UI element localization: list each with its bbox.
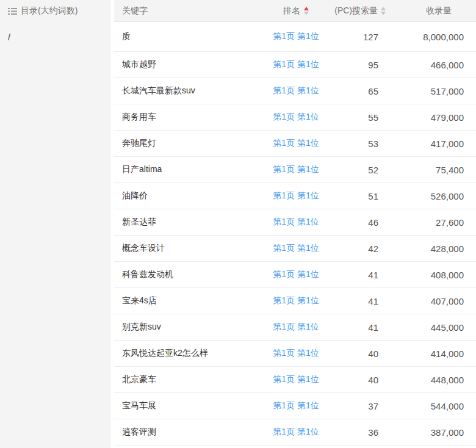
column-header-pc-search: (PC)搜索量 <box>330 5 391 16</box>
keyword-cell: 科鲁兹发动机 <box>114 269 262 280</box>
table-row: 质 第1页 第1位 127 8,000,000 <box>114 22 476 52</box>
rank-link[interactable]: 第1页 第1位 <box>262 59 330 70</box>
column-header-keyword: 关键字 <box>114 5 262 16</box>
pc-search-volume-cell: 53 <box>330 139 391 149</box>
pc-search-volume-cell: 41 <box>330 322 391 333</box>
pc-search-volume-cell: 46 <box>330 217 391 228</box>
sidebar-item-root-directory[interactable]: / <box>0 22 111 52</box>
table-row: 别克新suv 第1页 第1位 41 445,000 <box>114 314 476 341</box>
sort-down-icon[interactable] <box>381 12 386 15</box>
keyword-cell: 城市越野 <box>114 59 262 70</box>
index-volume-cell: 526,000 <box>391 191 476 201</box>
rank-link[interactable]: 第1页 第1位 <box>262 85 330 96</box>
index-volume-cell: 408,000 <box>391 270 476 280</box>
pc-search-sort-control[interactable] <box>381 7 386 15</box>
index-volume-cell: 466,000 <box>391 60 476 70</box>
rank-link[interactable]: 第1页 第1位 <box>262 31 330 42</box>
pc-search-volume-cell: 51 <box>330 191 391 201</box>
pc-search-volume-cell: 127 <box>330 32 391 42</box>
index-volume-cell: 517,000 <box>391 86 476 96</box>
pc-search-volume-cell: 55 <box>330 112 391 123</box>
index-volume-cell: 417,000 <box>391 139 476 149</box>
table-row: 新圣达菲 第1页 第1位 46 27,600 <box>114 209 476 236</box>
index-volume-cell: 479,000 <box>391 112 476 123</box>
table-row: 逍客评测 第1页 第1位 36 387,000 <box>114 419 476 446</box>
rank-link[interactable]: 第1页 第1位 <box>262 374 330 385</box>
column-header-rank-label: 排名 <box>283 5 300 16</box>
keyword-cell: 油降价 <box>114 190 262 201</box>
rank-link[interactable]: 第1页 第1位 <box>262 427 330 438</box>
table-row: 科鲁兹发动机 第1页 第1位 41 408,000 <box>114 262 476 288</box>
keyword-cell: 宝来4s店 <box>114 295 262 306</box>
index-volume-cell: 407,000 <box>391 296 476 306</box>
pc-search-volume-cell: 65 <box>330 86 391 96</box>
index-volume-cell: 544,000 <box>391 401 476 411</box>
table-row: 城市越野 第1页 第1位 95 466,000 <box>114 52 476 78</box>
table-row: 宝来4s店 第1页 第1位 41 407,000 <box>114 288 476 314</box>
table-row: 商务用车 第1页 第1位 55 479,000 <box>114 104 476 131</box>
column-header-rank: 排名 <box>262 5 330 16</box>
keyword-cell: 奔驰尾灯 <box>114 138 262 149</box>
sort-down-icon[interactable] <box>304 12 309 15</box>
sort-up-icon[interactable] <box>304 7 309 10</box>
keyword-cell: 北京豪车 <box>114 374 262 385</box>
rank-link[interactable]: 第1页 第1位 <box>262 243 330 254</box>
rank-link[interactable]: 第1页 第1位 <box>262 348 330 359</box>
table-row: 北京豪车 第1页 第1位 40 448,000 <box>114 367 476 393</box>
pc-search-volume-cell: 41 <box>330 296 391 306</box>
rank-link[interactable]: 第1页 第1位 <box>262 190 330 201</box>
table-row: 东风悦达起亚k2怎么样 第1页 第1位 40 414,000 <box>114 341 476 367</box>
column-header-pc-search-label: (PC)搜索量 <box>334 5 378 16</box>
rank-link[interactable]: 第1页 第1位 <box>262 295 330 306</box>
index-volume-cell: 27,600 <box>391 217 476 228</box>
keyword-cell: 东风悦达起亚k2怎么样 <box>114 348 262 359</box>
keyword-cell: 宝马车展 <box>114 400 262 411</box>
keyword-cell: 别克新suv <box>114 322 262 333</box>
sidebar-title: 目录(大约词数) <box>21 5 78 16</box>
pc-search-volume-cell: 41 <box>330 270 391 280</box>
keyword-cell: 长城汽车最新款suv <box>114 85 262 96</box>
keyword-cell: 日产altima <box>114 164 262 175</box>
list-icon <box>8 7 17 15</box>
table-body: 质 第1页 第1位 127 8,000,000 城市越野 第1页 第1位 95 … <box>114 22 476 448</box>
keyword-cell: 商务用车 <box>114 112 262 123</box>
index-volume-cell: 445,000 <box>391 322 476 333</box>
index-volume-cell: 8,000,000 <box>391 32 476 42</box>
table-row: 油降价 第1页 第1位 51 526,000 <box>114 183 476 209</box>
keyword-cell: 概念车设计 <box>114 243 262 254</box>
index-volume-cell: 448,000 <box>391 375 476 385</box>
pc-search-volume-cell: 40 <box>330 375 391 385</box>
table-row: 长城汽车最新款suv 第1页 第1位 65 517,000 <box>114 78 476 104</box>
keyword-cell: 质 <box>114 31 262 42</box>
table-header-row: 关键字 排名 (PC)搜索量 收录量 <box>114 0 476 22</box>
table-row: 宝马车展 第1页 第1位 37 544,000 <box>114 393 476 419</box>
sidebar-header: 目录(大约词数) <box>0 0 111 22</box>
pc-search-volume-cell: 37 <box>330 401 391 411</box>
keyword-table: 关键字 排名 (PC)搜索量 收录量 质 第1页 第1位 <box>114 0 476 448</box>
pc-search-volume-cell: 95 <box>330 60 391 70</box>
table-row: 概念车设计 第1页 第1位 42 428,000 <box>114 236 476 262</box>
rank-link[interactable]: 第1页 第1位 <box>262 269 330 280</box>
rank-link[interactable]: 第1页 第1位 <box>262 400 330 411</box>
pc-search-volume-cell: 40 <box>330 349 391 359</box>
rank-link[interactable]: 第1页 第1位 <box>262 164 330 175</box>
index-volume-cell: 414,000 <box>391 349 476 359</box>
rank-link[interactable]: 第1页 第1位 <box>262 322 330 333</box>
rank-link[interactable]: 第1页 第1位 <box>262 112 330 123</box>
sort-up-icon[interactable] <box>381 7 386 10</box>
table-row: 奔驰尾灯 第1页 第1位 53 417,000 <box>114 131 476 157</box>
rank-link[interactable]: 第1页 第1位 <box>262 138 330 149</box>
pc-search-volume-cell: 36 <box>330 427 391 438</box>
index-volume-cell: 428,000 <box>391 244 476 254</box>
pc-search-volume-cell: 52 <box>330 165 391 175</box>
index-volume-cell: 75,400 <box>391 165 476 175</box>
app-window: 目录(大约词数) / 关键字 排名 (PC)搜索量 收录量 <box>0 0 476 448</box>
rank-sort-control[interactable] <box>304 7 309 15</box>
sidebar: 目录(大约词数) / <box>0 0 111 448</box>
rank-link[interactable]: 第1页 第1位 <box>262 217 330 228</box>
keyword-cell: 逍客评测 <box>114 427 262 438</box>
pc-search-volume-cell: 42 <box>330 244 391 254</box>
table-row: 日产altima 第1页 第1位 52 75,400 <box>114 157 476 183</box>
index-volume-cell: 387,000 <box>391 427 476 438</box>
keyword-cell: 新圣达菲 <box>114 217 262 228</box>
